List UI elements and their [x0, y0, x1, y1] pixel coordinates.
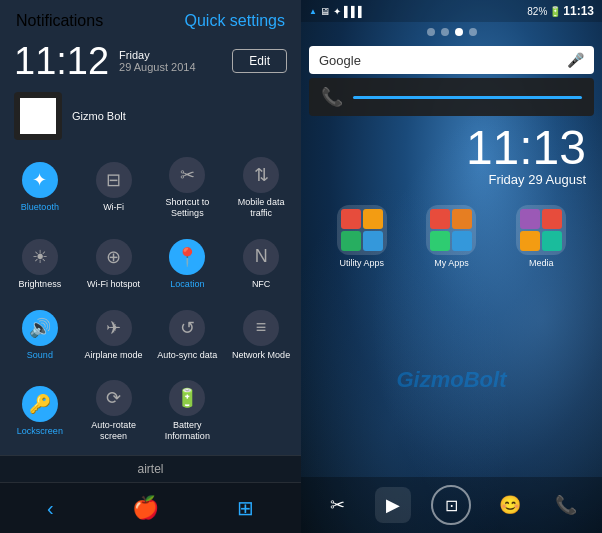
wifi-hotspot-icon: ⊕ [96, 239, 132, 275]
wifi-hotspot-label: Wi-Fi hotspot [87, 279, 140, 290]
quick-item-location[interactable]: 📍Location [152, 230, 224, 299]
location-label: Location [170, 279, 204, 290]
back-button[interactable]: ‹ [31, 493, 70, 524]
battery-pct: 82% [527, 6, 547, 17]
status-time: 11:13 [563, 4, 594, 18]
battery-icon: 🔋 [549, 6, 561, 17]
quick-item-autorotate[interactable]: ⟳Auto-rotate screen [78, 371, 150, 451]
app-item-media[interactable]: Media [496, 199, 586, 274]
quick-settings-label[interactable]: Quick settings [185, 12, 285, 30]
dock-store-icon[interactable]: ▶ [375, 487, 411, 523]
clock-time: 11:12 [14, 42, 109, 80]
app-item-my-apps[interactable]: My Apps [407, 199, 497, 274]
location-icon: 📍 [169, 239, 205, 275]
call-progress-bar [353, 96, 582, 99]
date-day: Friday [119, 49, 195, 61]
quick-item-network-mode[interactable]: ≡Network Mode [225, 300, 297, 369]
home-button[interactable]: 🍎 [116, 491, 175, 525]
network-mode-label: Network Mode [232, 350, 290, 361]
autosync-icon: ↺ [169, 310, 205, 346]
brightness-icon: ☀ [22, 239, 58, 275]
app-folder-icon [516, 205, 566, 255]
dot-2 [441, 28, 449, 36]
dot-1 [427, 28, 435, 36]
quick-item-lockscreen[interactable]: 🔑Lockscreen [4, 371, 76, 451]
app-folder-icon [426, 205, 476, 255]
recents-button[interactable]: ⊞ [221, 492, 270, 524]
bluetooth-label: Bluetooth [21, 202, 59, 213]
call-icon: 📞 [321, 86, 343, 108]
quick-item-bluetooth[interactable]: ✦Bluetooth [4, 148, 76, 228]
screenshot-icon: 🖥 [320, 6, 330, 17]
right-time-area: 11:13 Friday 29 August [301, 120, 602, 191]
airplane-label: Airplane mode [85, 350, 143, 361]
lockscreen-label: Lockscreen [17, 426, 63, 437]
widget-image [20, 98, 56, 134]
mobile-data-label: Mobile data traffic [227, 197, 295, 219]
top-bar: Notifications Quick settings [0, 0, 301, 38]
search-text: Google [319, 53, 361, 68]
time-row: 11:12 Friday 29 August 2014 Edit [0, 38, 301, 88]
airplane-icon: ✈ [96, 310, 132, 346]
battery-info-label: Battery Information [154, 420, 222, 442]
quick-item-airplane[interactable]: ✈Airplane mode [78, 300, 150, 369]
dot-4 [469, 28, 477, 36]
quick-item-sound[interactable]: 🔊Sound [4, 300, 76, 369]
network-mode-icon: ≡ [243, 310, 279, 346]
quick-item-battery-info[interactable]: 🔋Battery Information [152, 371, 224, 451]
autorotate-label: Auto-rotate screen [80, 420, 148, 442]
search-bar[interactable]: Google 🎤 [309, 46, 594, 74]
bottom-nav: ‹ 🍎 ⊞ [0, 482, 301, 533]
shortcut-icon: ✂ [169, 157, 205, 193]
edit-button[interactable]: Edit [232, 49, 287, 73]
quick-item-shortcut[interactable]: ✂Shortcut to Settings [152, 148, 224, 228]
nfc-label: NFC [252, 279, 271, 290]
dock-home-button[interactable]: ⊡ [431, 485, 471, 525]
date-info: Friday 29 August 2014 [119, 49, 195, 73]
status-icons: ▲ 🖥 ✦ ▌▌▌ [309, 6, 365, 17]
carrier-bar: airtel [0, 455, 301, 482]
lockscreen-icon: 🔑 [22, 386, 58, 422]
wifi-label: Wi-Fi [103, 202, 124, 213]
app-label: Utility Apps [340, 258, 385, 268]
bottom-dock: ✂ ▶ ⊡ 😊 📞 [301, 477, 602, 533]
watermark-text: GizmoBolt [397, 367, 507, 392]
app-item-utility-apps[interactable]: Utility Apps [317, 199, 407, 274]
status-bar: ▲ 🖥 ✦ ▌▌▌ 82% 🔋 11:13 [301, 0, 602, 22]
widget-icon [14, 92, 62, 140]
quick-item-autosync[interactable]: ↺Auto-sync data [152, 300, 224, 369]
autosync-label: Auto-sync data [157, 350, 217, 361]
dot-3 [455, 28, 463, 36]
right-clock: 11:13 [317, 124, 586, 172]
call-notification[interactable]: 📞 [309, 78, 594, 116]
mic-icon[interactable]: 🎤 [567, 52, 584, 68]
right-panel: ▲ 🖥 ✦ ▌▌▌ 82% 🔋 11:13 Google 🎤 📞 11:13 F… [301, 0, 602, 533]
battery-indicator: 82% 🔋 11:13 [527, 4, 594, 18]
carrier-name: airtel [137, 462, 163, 476]
mobile-data-icon: ⇅ [243, 157, 279, 193]
quick-item-mobile-data[interactable]: ⇅Mobile data traffic [225, 148, 297, 228]
app-label: Media [529, 258, 554, 268]
dock-messages-icon[interactable]: 😊 [492, 487, 528, 523]
bluetooth-icon: ✦ [22, 162, 58, 198]
app-label: My Apps [434, 258, 469, 268]
page-dots [301, 22, 602, 42]
app-folder-icon [337, 205, 387, 255]
quick-item-brightness[interactable]: ☀Brightness [4, 230, 76, 299]
signal-icon: ▌▌▌ [344, 6, 365, 17]
quick-item-wifi-hotspot[interactable]: ⊕Wi-Fi hotspot [78, 230, 150, 299]
autorotate-icon: ⟳ [96, 380, 132, 416]
quick-item-wifi[interactable]: ⊟Wi-Fi [78, 148, 150, 228]
widget-area: Gizmo Bolt [0, 88, 301, 144]
right-date: Friday 29 August [317, 172, 586, 187]
shortcut-label: Shortcut to Settings [154, 197, 222, 219]
battery-info-icon: 🔋 [169, 380, 205, 416]
dock-tools-icon[interactable]: ✂ [319, 487, 355, 523]
dock-phone-icon[interactable]: 📞 [548, 487, 584, 523]
bluetooth-status: ✦ [333, 6, 341, 17]
wifi-icon: ⊟ [96, 162, 132, 198]
nfc-icon: N [243, 239, 279, 275]
quick-item-nfc[interactable]: NNFC [225, 230, 297, 299]
sound-icon: 🔊 [22, 310, 58, 346]
sound-label: Sound [27, 350, 53, 361]
